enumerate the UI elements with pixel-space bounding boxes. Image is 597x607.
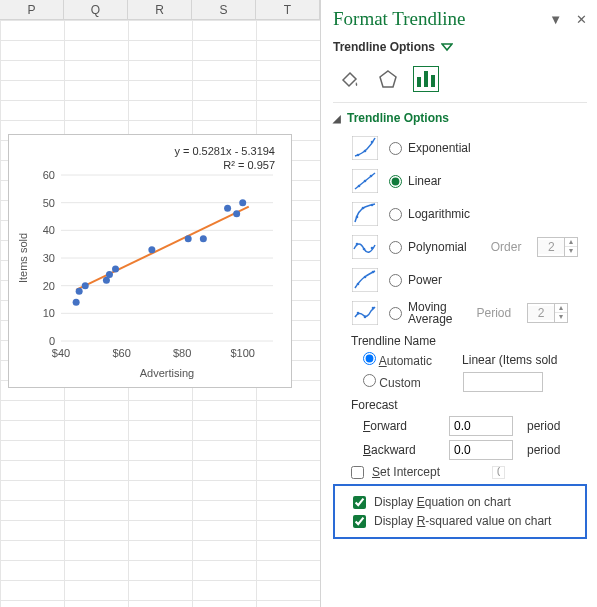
order-spinner[interactable]: ▴▾ bbox=[537, 237, 578, 257]
forward-input[interactable] bbox=[449, 416, 513, 436]
svg-point-51 bbox=[362, 207, 365, 210]
spreadsheet-area[interactable]: PQRST 0102030405060$40$60$80$100Advertis… bbox=[0, 0, 320, 607]
svg-text:$80: $80 bbox=[173, 347, 191, 359]
forward-label: Forward bbox=[363, 419, 443, 433]
svg-text:40: 40 bbox=[43, 224, 55, 236]
svg-text:30: 30 bbox=[43, 252, 55, 264]
linear-icon bbox=[351, 168, 379, 194]
trendline-options-dropdown[interactable]: Trendline Options bbox=[333, 40, 453, 54]
trendline-name-label: Trendline Name bbox=[351, 334, 587, 348]
custom-name-input[interactable] bbox=[463, 372, 543, 392]
column-header[interactable]: Q bbox=[64, 0, 128, 19]
forecast-label: Forecast bbox=[351, 398, 587, 412]
effects-icon[interactable] bbox=[375, 66, 401, 92]
power-radio[interactable]: Power bbox=[389, 273, 442, 287]
backward-label: Backward bbox=[363, 443, 443, 457]
svg-point-56 bbox=[371, 247, 374, 250]
polynomial-icon bbox=[351, 234, 379, 260]
format-trendline-pane: Format Trendline ▼ ✕ Trendline Options ◢… bbox=[320, 0, 597, 607]
linear-radio[interactable]: Linear bbox=[389, 174, 441, 188]
column-header[interactable]: R bbox=[128, 0, 192, 19]
trendline-options-icon[interactable] bbox=[413, 66, 439, 92]
svg-point-27 bbox=[148, 246, 155, 253]
grid-cells[interactable]: 0102030405060$40$60$80$100AdvertisingIte… bbox=[0, 20, 320, 607]
svg-text:$60: $60 bbox=[112, 347, 130, 359]
set-intercept-input bbox=[492, 466, 505, 479]
svg-point-52 bbox=[371, 204, 374, 207]
svg-text:Items sold: Items sold bbox=[17, 233, 29, 283]
column-header[interactable]: S bbox=[192, 0, 256, 19]
svg-point-22 bbox=[76, 288, 83, 295]
embedded-chart[interactable]: 0102030405060$40$60$80$100AdvertisingIte… bbox=[8, 134, 292, 388]
svg-point-58 bbox=[357, 283, 360, 286]
fill-line-icon[interactable] bbox=[337, 66, 363, 92]
svg-point-41 bbox=[357, 154, 360, 157]
svg-point-48 bbox=[370, 175, 373, 178]
svg-text:y = 0.5281x - 5.3194: y = 0.5281x - 5.3194 bbox=[174, 145, 275, 157]
svg-rect-39 bbox=[431, 75, 435, 87]
period-spinner[interactable]: ▴▾ bbox=[527, 303, 568, 323]
svg-point-25 bbox=[106, 271, 113, 278]
pane-dropdown-icon[interactable]: ▼ bbox=[549, 12, 562, 27]
svg-point-28 bbox=[185, 235, 192, 242]
svg-point-63 bbox=[364, 316, 367, 319]
svg-rect-61 bbox=[352, 301, 378, 325]
set-intercept-checkbox[interactable] bbox=[351, 466, 364, 479]
svg-marker-36 bbox=[380, 71, 396, 87]
pane-title: Format Trendline bbox=[333, 8, 465, 30]
moving-average-radio[interactable]: MovingAverage bbox=[389, 301, 452, 325]
svg-point-31 bbox=[233, 210, 240, 217]
svg-point-30 bbox=[224, 205, 231, 212]
svg-point-43 bbox=[371, 141, 374, 144]
column-header[interactable]: T bbox=[256, 0, 320, 19]
svg-text:R² = 0.957: R² = 0.957 bbox=[223, 159, 275, 171]
svg-point-46 bbox=[358, 185, 361, 188]
svg-text:20: 20 bbox=[43, 280, 55, 292]
moving-average-icon bbox=[351, 300, 379, 326]
svg-point-23 bbox=[82, 282, 89, 289]
svg-point-47 bbox=[364, 180, 367, 183]
logarithmic-icon bbox=[351, 201, 379, 227]
svg-point-55 bbox=[363, 248, 366, 251]
svg-line-20 bbox=[76, 207, 249, 290]
close-icon[interactable]: ✕ bbox=[576, 12, 587, 27]
svg-text:0: 0 bbox=[49, 335, 55, 347]
svg-text:Advertising: Advertising bbox=[140, 367, 194, 379]
custom-radio[interactable]: Custom bbox=[363, 374, 421, 390]
trendline-options-section-header[interactable]: ◢ Trendline Options bbox=[333, 111, 587, 125]
automatic-radio[interactable]: Automatic bbox=[363, 352, 432, 368]
display-r2-label: Display R-squared value on chart bbox=[374, 514, 551, 528]
display-equation-label: Display Equation on chart bbox=[374, 495, 511, 509]
svg-marker-35 bbox=[442, 44, 452, 50]
period-label: Period bbox=[476, 306, 511, 320]
backward-input[interactable] bbox=[449, 440, 513, 460]
svg-point-42 bbox=[364, 150, 367, 153]
logarithmic-radio[interactable]: Logarithmic bbox=[389, 207, 470, 221]
svg-text:$40: $40 bbox=[52, 347, 70, 359]
column-header[interactable]: P bbox=[0, 0, 64, 19]
svg-point-26 bbox=[112, 266, 119, 273]
collapse-icon: ◢ bbox=[333, 113, 341, 124]
polynomial-radio[interactable]: Polynomial bbox=[389, 240, 467, 254]
svg-point-62 bbox=[357, 312, 360, 315]
svg-point-32 bbox=[239, 199, 246, 206]
set-intercept-label: Set Intercept bbox=[372, 465, 440, 479]
exponential-icon bbox=[351, 135, 379, 161]
svg-point-21 bbox=[73, 299, 80, 306]
order-label: Order bbox=[491, 240, 522, 254]
svg-text:50: 50 bbox=[43, 197, 55, 209]
svg-text:10: 10 bbox=[43, 307, 55, 319]
svg-point-29 bbox=[200, 235, 207, 242]
svg-rect-38 bbox=[424, 71, 428, 87]
svg-point-54 bbox=[356, 243, 359, 246]
svg-point-60 bbox=[372, 271, 375, 274]
display-equation-checkbox[interactable] bbox=[353, 496, 366, 509]
automatic-name-value: Linear (Items sold bbox=[462, 353, 557, 367]
svg-point-50 bbox=[356, 216, 359, 219]
display-r2-checkbox[interactable] bbox=[353, 515, 366, 528]
power-icon bbox=[351, 267, 379, 293]
highlighted-checkboxes: Display Equation on chart Display R-squa… bbox=[333, 484, 587, 539]
exponential-radio[interactable]: Exponential bbox=[389, 141, 471, 155]
svg-point-64 bbox=[372, 307, 375, 310]
svg-point-59 bbox=[364, 276, 367, 279]
